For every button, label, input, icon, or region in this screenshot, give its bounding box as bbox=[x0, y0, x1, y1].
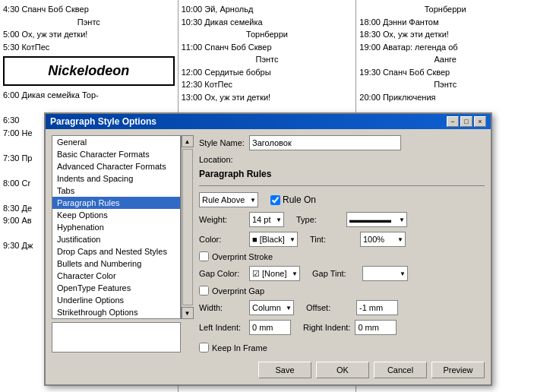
tint-label: Tint: bbox=[310, 235, 355, 244]
overprint-gap-checkbox[interactable] bbox=[199, 286, 209, 296]
type-select[interactable]: ▬▬▬▬▬ bbox=[346, 212, 407, 227]
minimize-button[interactable]: − bbox=[447, 116, 459, 127]
weight-label: Weight: bbox=[199, 215, 245, 224]
maximize-button[interactable]: □ bbox=[460, 116, 472, 127]
sidebar-container: General Basic Character Formats Advanced… bbox=[52, 135, 193, 352]
offset-input[interactable] bbox=[356, 300, 398, 315]
cancel-button[interactable]: Cancel bbox=[374, 362, 427, 378]
schedule-item: 12:30 КотПес bbox=[182, 78, 353, 91]
sidebar-item-bullets[interactable]: Bullets and Numbering bbox=[52, 258, 180, 270]
sidebar-item-general[interactable]: General bbox=[52, 136, 180, 148]
gap-color-tint-row: Gap Color: ☑ [None] Gap Tint: bbox=[199, 266, 485, 281]
overprint-stroke-row: Overprint Stroke bbox=[199, 251, 485, 261]
overprint-gap-row: Overprint Gap bbox=[199, 286, 485, 296]
rule-on-group: Rule On bbox=[270, 194, 316, 205]
sidebar-item-indents[interactable]: Indents and Spacing bbox=[52, 172, 180, 185]
style-name-row: Style Name: bbox=[199, 135, 485, 150]
gap-color-select[interactable]: ☑ [None] bbox=[249, 266, 300, 281]
color-select[interactable]: ■ [Black] bbox=[249, 232, 298, 247]
schedule-item: 5:30 КотПес bbox=[3, 41, 175, 54]
schedule-item: Пэнтс bbox=[182, 53, 353, 66]
right-indent-label: Right Indent: bbox=[303, 323, 350, 332]
color-tint-row: Color: ■ [Black] Tint: 100% 75% 50% bbox=[199, 232, 485, 247]
paragraph-style-dialog: Paragraph Style Options − □ × General Ba… bbox=[44, 112, 492, 386]
sidebar-with-scroll: General Basic Character Formats Advanced… bbox=[52, 135, 193, 319]
dialog-buttons: Save OK Cancel Preview bbox=[46, 359, 491, 384]
location-row: Location: bbox=[199, 155, 485, 164]
keep-in-frame-label: Keep In Frame bbox=[212, 343, 267, 352]
divider-1 bbox=[199, 185, 485, 186]
weight-row: Weight: 14 pt 1 pt 2 pt bbox=[199, 212, 284, 227]
indent-row: Left Indent: Right Indent: bbox=[199, 320, 485, 335]
keep-in-frame-checkbox[interactable] bbox=[199, 343, 209, 352]
weight-select[interactable]: 14 pt 1 pt 2 pt bbox=[249, 212, 284, 227]
weight-type-row: Weight: 14 pt 1 pt 2 pt Type: ▬▬▬▬▬ bbox=[199, 212, 485, 227]
save-button[interactable]: Save bbox=[258, 362, 311, 378]
schedule-item: Торнберри bbox=[359, 3, 531, 16]
rule-above-select[interactable]: Rule Above Rule Below bbox=[199, 192, 258, 207]
color-row: Color: ■ [Black] bbox=[199, 232, 298, 247]
sidebar-item-hyphenation[interactable]: Hyphenation bbox=[52, 221, 180, 233]
overprint-gap-label: Overprint Gap bbox=[212, 286, 264, 296]
sidebar-item-drop-caps[interactable]: Drop Caps and Nested Styles bbox=[52, 245, 180, 258]
weight-select-wrapper: 14 pt 1 pt 2 pt bbox=[249, 212, 284, 227]
schedule-item: Пэнтс bbox=[3, 16, 175, 29]
sidebar-scrollbar[interactable]: ▲ ▼ bbox=[181, 135, 193, 319]
left-indent-row: Left Indent: bbox=[199, 320, 291, 335]
sidebar-item-tabs[interactable]: Tabs bbox=[52, 185, 180, 197]
sidebar-item-char-color[interactable]: Character Color bbox=[52, 270, 180, 282]
sidebar-item-justification[interactable]: Justification bbox=[52, 233, 180, 245]
style-name-input[interactable] bbox=[249, 135, 401, 150]
offset-row: Offset: bbox=[306, 300, 398, 315]
left-indent-input[interactable] bbox=[249, 320, 291, 335]
sidebar-item-keep-options[interactable]: Keep Options bbox=[52, 209, 180, 221]
type-label: Type: bbox=[296, 215, 342, 224]
sidebar-item-para-rules[interactable]: Paragraph Rules bbox=[52, 197, 180, 209]
width-select-wrapper: Column Text bbox=[249, 300, 294, 315]
overprint-stroke-label: Overprint Stroke bbox=[212, 252, 273, 261]
style-name-label: Style Name: bbox=[199, 138, 245, 147]
schedule-item: 20:00 Приключения bbox=[359, 91, 531, 104]
rule-on-checkbox[interactable] bbox=[270, 195, 280, 205]
tint-select[interactable]: 100% 75% 50% bbox=[360, 232, 406, 247]
sidebar-item-strikethrough[interactable]: Strikethrough Options bbox=[52, 306, 180, 318]
schedule-item: Торнберри bbox=[182, 28, 353, 41]
width-offset-row: Width: Column Text Offset: bbox=[199, 300, 485, 315]
close-button[interactable]: × bbox=[474, 116, 486, 127]
schedule-item: 19:30 Спанч Боб Сквер bbox=[359, 66, 531, 79]
rule-on-label: Rule On bbox=[283, 194, 316, 205]
type-select-wrapper: ▬▬▬▬▬ bbox=[346, 212, 407, 227]
scroll-thumb[interactable] bbox=[182, 149, 193, 305]
paragraph-rules-section-label: Paragraph Rules bbox=[199, 169, 485, 179]
sidebar-list: General Basic Character Formats Advanced… bbox=[52, 135, 181, 319]
scroll-up-arrow[interactable]: ▲ bbox=[182, 135, 194, 147]
type-row: Type: ▬▬▬▬▬ bbox=[296, 212, 407, 227]
schedule-item: 10:30 Дикая семейка bbox=[182, 16, 353, 29]
width-row: Width: Column Text bbox=[199, 300, 294, 315]
dialog-title: Paragraph Style Options bbox=[50, 116, 156, 127]
gap-tint-label: Gap Tint: bbox=[312, 269, 358, 278]
sidebar-item-opentype[interactable]: OpenType Features bbox=[52, 282, 180, 294]
schedule-item: Пэнтс bbox=[359, 78, 531, 91]
ok-button[interactable]: OK bbox=[316, 362, 369, 378]
scroll-down-arrow[interactable]: ▼ bbox=[182, 307, 194, 319]
sidebar-item-advanced-char[interactable]: Advanced Character Formats bbox=[52, 160, 180, 172]
dialog-content: General Basic Character Formats Advanced… bbox=[46, 129, 491, 359]
sidebar-item-underline[interactable]: Underline Options bbox=[52, 294, 180, 306]
width-select[interactable]: Column Text bbox=[249, 300, 294, 315]
gap-tint-select[interactable] bbox=[362, 266, 408, 281]
overprint-stroke-checkbox[interactable] bbox=[199, 251, 209, 261]
schedule-item: 19:00 Аватар: легенда об bbox=[359, 41, 531, 54]
preview-button[interactable]: Preview bbox=[431, 362, 485, 378]
gap-tint-row: Gap Tint: bbox=[312, 266, 408, 281]
titlebar-buttons: − □ × bbox=[447, 116, 486, 127]
schedule-item: Аанге bbox=[359, 53, 531, 66]
schedule-item: 4:30 Спанч Боб Сквер bbox=[3, 3, 175, 16]
keep-in-frame-row: Keep In Frame bbox=[199, 343, 485, 352]
right-indent-input[interactable] bbox=[355, 320, 397, 335]
preview-box bbox=[52, 322, 181, 352]
rule-above-select-wrapper: Rule Above Rule Below bbox=[199, 192, 258, 207]
color-select-wrapper: ■ [Black] bbox=[249, 232, 298, 247]
sidebar-item-basic-char[interactable]: Basic Character Formats bbox=[52, 148, 180, 160]
schedule-item: 5:00 Ох, уж эти детки! bbox=[3, 28, 175, 41]
